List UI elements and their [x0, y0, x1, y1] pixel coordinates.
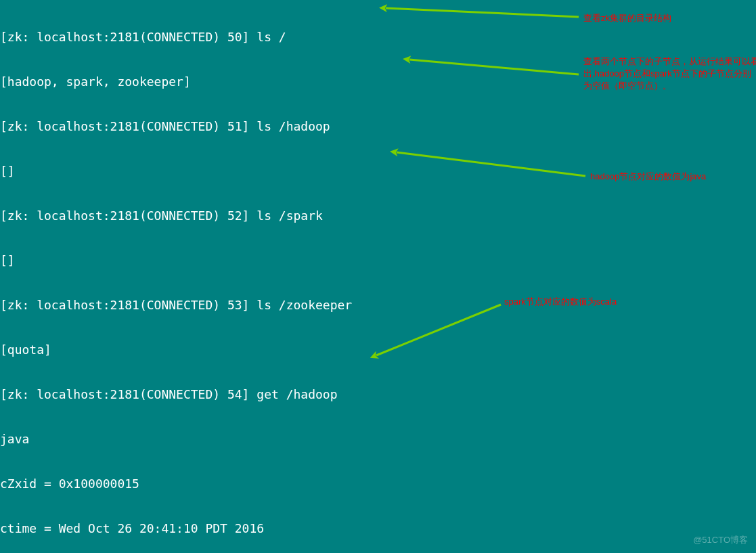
terminal-line: [zk: localhost:2181(CONNECTED) 53] ls /z… — [0, 298, 756, 313]
terminal-line: [zk: localhost:2181(CONNECTED) 54] get /… — [0, 387, 756, 402]
terminal-line: [quota] — [0, 342, 756, 357]
terminal-line: [] — [0, 253, 756, 268]
terminal-line: [] — [0, 164, 756, 179]
terminal-line: cZxid = 0x100000015 — [0, 477, 756, 491]
watermark: @51CTO博客 — [693, 533, 748, 548]
terminal-output[interactable]: [zk: localhost:2181(CONNECTED) 50] ls / … — [0, 0, 756, 553]
terminal-line: [zk: localhost:2181(CONNECTED) 50] ls / — [0, 30, 756, 45]
terminal-line: [zk: localhost:2181(CONNECTED) 51] ls /h… — [0, 119, 756, 134]
terminal-line: [zk: localhost:2181(CONNECTED) 52] ls /s… — [0, 208, 756, 223]
terminal-line: ctime = Wed Oct 26 20:41:10 PDT 2016 — [0, 521, 756, 536]
terminal-line: [hadoop, spark, zookeeper] — [0, 74, 756, 89]
terminal-line: java — [0, 432, 756, 447]
